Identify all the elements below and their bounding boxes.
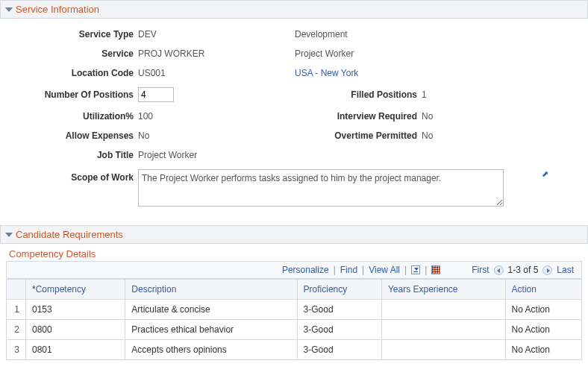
col-rownum <box>7 280 26 300</box>
download-icon[interactable] <box>411 265 420 274</box>
table-row: 10153Articulate & concise3-GoodNo Action <box>7 300 582 320</box>
value-job-title: Project Worker <box>138 150 534 160</box>
section-title: Service Information <box>16 4 99 15</box>
candidate-requirements-section: Candidate Requirements Competency Detail… <box>0 225 588 360</box>
find-link[interactable]: Find <box>340 265 357 275</box>
cell-competency: 0153 <box>26 300 125 320</box>
next-icon[interactable] <box>542 265 552 275</box>
num-positions-input[interactable] <box>138 87 174 102</box>
value-overtime-permitted: No <box>422 130 534 141</box>
section-title: Candidate Requirements <box>16 229 123 240</box>
label-job-title: Job Title <box>7 150 138 160</box>
value-utilization: 100 <box>138 111 295 122</box>
grid-toolbar: Personalize | Find | View All | | First … <box>6 261 582 279</box>
first-link[interactable]: First <box>472 265 489 275</box>
cell-rownum: 1 <box>7 300 26 320</box>
expand-icon[interactable]: ⬈ <box>542 169 548 179</box>
cell-years-exp <box>381 320 505 340</box>
candidate-requirements-header[interactable]: Candidate Requirements <box>0 225 588 244</box>
cell-description: Articulate & concise <box>125 300 297 320</box>
cell-description: Practices ethical behavior <box>125 320 297 340</box>
cell-competency: 0801 <box>26 340 125 360</box>
value-filled-positions: 1 <box>422 89 534 100</box>
service-info-form: Service Type DEV Development Service PRO… <box>0 19 588 216</box>
table-header-row: *Competency Description Proficiency Year… <box>7 280 582 300</box>
cell-rownum: 3 <box>7 340 26 360</box>
view-all-link[interactable]: View All <box>369 265 400 275</box>
label-scope-of-work: Scope of Work <box>7 169 138 183</box>
cell-action: No Action <box>505 300 581 320</box>
value-service: PROJ WORKER <box>138 48 295 59</box>
label-overtime-permitted: Overtime Permitted <box>295 130 422 141</box>
cell-action: No Action <box>505 320 581 340</box>
cell-proficiency: 3-Good <box>297 340 381 360</box>
col-description[interactable]: Description <box>125 280 297 300</box>
service-information-header[interactable]: Service Information <box>0 0 588 19</box>
competency-details-title: Competency Details <box>0 244 588 261</box>
cell-proficiency: 3-Good <box>297 320 381 340</box>
table-row: 20800Practices ethical behavior3-GoodNo … <box>7 320 582 340</box>
last-link[interactable]: Last <box>557 265 574 275</box>
grid-view-icon[interactable] <box>431 265 440 274</box>
service-information-section: Service Information Service Type DEV Dev… <box>0 0 588 216</box>
cell-action: No Action <box>505 340 581 360</box>
col-action[interactable]: Action <box>505 280 581 300</box>
competency-table: *Competency Description Proficiency Year… <box>6 279 582 360</box>
label-interview-required: Interview Required <box>295 111 422 122</box>
collapse-icon <box>5 7 13 12</box>
collapse-icon <box>5 233 13 237</box>
cell-competency: 0800 <box>26 320 125 340</box>
col-proficiency[interactable]: Proficiency <box>297 280 381 300</box>
personalize-link[interactable]: Personalize <box>282 265 329 275</box>
value-location-code: US001 <box>138 68 295 78</box>
prev-icon[interactable] <box>494 265 504 275</box>
cell-proficiency: 3-Good <box>297 300 381 320</box>
label-utilization: Utilization% <box>7 111 138 122</box>
col-years-exp[interactable]: Years Experience <box>381 280 505 300</box>
label-num-positions: Number Of Positions <box>7 89 138 100</box>
label-filled-positions: Filled Positions <box>295 89 422 100</box>
row-range: 1-3 of 5 <box>508 265 539 275</box>
scope-of-work-textarea[interactable] <box>138 169 504 207</box>
value-allow-expenses: No <box>138 130 295 141</box>
label-service: Service <box>7 48 138 59</box>
location-link[interactable]: USA - New York <box>295 68 534 78</box>
cell-rownum: 2 <box>7 320 26 340</box>
label-location-code: Location Code <box>7 68 138 78</box>
value-interview-required: No <box>422 111 534 122</box>
col-competency[interactable]: *Competency <box>26 280 125 300</box>
label-allow-expenses: Allow Expenses <box>7 130 138 141</box>
label-service-type: Service Type <box>7 29 138 40</box>
value-service-desc: Project Worker <box>295 48 534 59</box>
cell-years-exp <box>381 340 505 360</box>
value-service-type-desc: Development <box>295 29 534 40</box>
cell-years-exp <box>381 300 505 320</box>
table-row: 30801Accepts others opinions3-GoodNo Act… <box>7 340 582 360</box>
cell-description: Accepts others opinions <box>125 340 297 360</box>
value-service-type: DEV <box>138 29 295 40</box>
